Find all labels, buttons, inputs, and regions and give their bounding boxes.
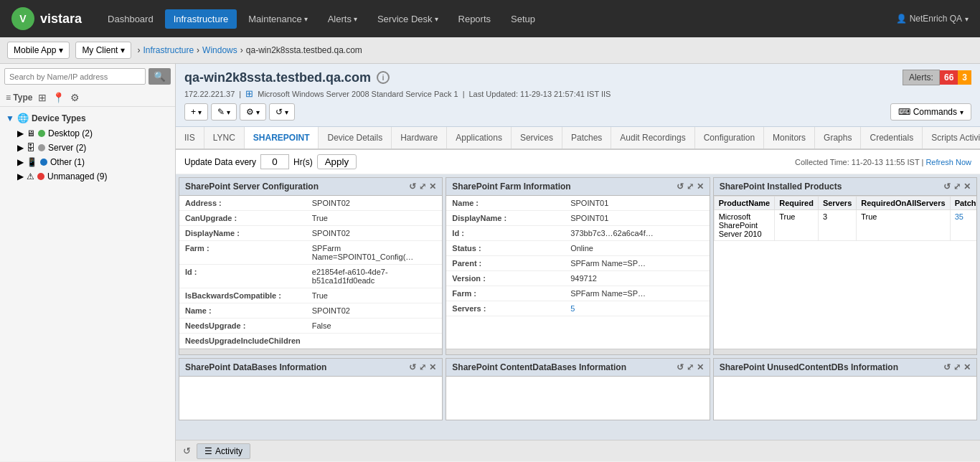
tab-configuration[interactable]: Configuration <box>695 127 764 148</box>
refresh-icon[interactable]: ↺ <box>677 182 684 192</box>
close-icon[interactable]: ✕ <box>963 182 971 192</box>
chevron-down-icon: ▾ <box>121 45 125 55</box>
widget-header: SharePoint Installed Products ↺ ⤢ ✕ <box>714 178 976 196</box>
refresh-icon[interactable]: ↺ <box>943 182 951 192</box>
tree-other[interactable]: ▶ 📱 Other (1) <box>0 155 175 169</box>
refresh-icon[interactable]: ↺ <box>409 182 416 192</box>
alerts-secondary: 3 <box>958 70 971 85</box>
tab-hardware[interactable]: Hardware <box>392 127 447 148</box>
scrollbar[interactable] <box>714 349 976 354</box>
refresh-icon[interactable]: ↺ <box>943 362 951 372</box>
breadcrumb-infrastructure[interactable]: Infrastructure <box>143 45 194 55</box>
separator: | <box>239 90 241 98</box>
tab-credentials[interactable]: Credentials <box>861 127 923 148</box>
nav-infrastructure[interactable]: Infrastructure <box>165 9 237 29</box>
bottom-bar: ↺ ☰ Activity <box>176 440 980 461</box>
widget-header: SharePoint ContentDataBases Information … <box>446 359 709 377</box>
tab-applications[interactable]: Applications <box>447 127 512 148</box>
close-icon[interactable]: ✕ <box>697 362 704 372</box>
dropdown-caret: ▾ <box>304 15 308 23</box>
maximize-icon[interactable]: ⤢ <box>953 182 961 192</box>
refresh-icon[interactable]: ↺ <box>677 362 684 372</box>
apply-button[interactable]: Apply <box>317 154 357 169</box>
more-button[interactable]: ↺ ▾ <box>269 103 295 121</box>
tree-server[interactable]: ▶ 🗄 Server (2) <box>0 141 175 155</box>
search-button[interactable]: 🔍 <box>149 68 171 85</box>
nav-reports[interactable]: Reports <box>450 9 500 29</box>
activity-button[interactable]: ☰ Activity <box>197 443 250 459</box>
tab-audit-recordings[interactable]: Audit Recordings <box>611 127 694 148</box>
tab-services[interactable]: Services <box>512 127 562 148</box>
refresh-icon[interactable]: ↺ <box>409 362 416 372</box>
edit-button[interactable]: ✎ ▾ <box>211 103 237 121</box>
dropdown-caret: ▾ <box>960 108 963 116</box>
settings-button[interactable]: ⚙ ▾ <box>240 103 266 121</box>
update-interval-input[interactable] <box>260 154 289 169</box>
widgets-row-1: SharePoint Server Configuration ↺ ⤢ ✕ Ad… <box>179 177 977 355</box>
close-icon[interactable]: ✕ <box>429 182 436 192</box>
windows-icon: ⊞ <box>245 88 253 99</box>
close-icon[interactable]: ✕ <box>697 182 704 192</box>
tab-sharepoint[interactable]: SHAREPOINT <box>245 127 319 150</box>
tree-device-types[interactable]: ▼ 🌐 Device Types <box>0 110 175 126</box>
widget-sharepoint-content-databases: SharePoint ContentDataBases Information … <box>446 358 710 420</box>
nav-service-desk[interactable]: Service Desk ▾ <box>369 9 447 29</box>
maximize-icon[interactable]: ⤢ <box>419 362 426 372</box>
info-icon[interactable]: i <box>377 71 390 84</box>
nav-dashboard[interactable]: Dashboard <box>99 9 162 29</box>
client-selector[interactable]: Mobile App ▾ <box>7 42 70 59</box>
widget-title: SharePoint UnusedContentDBs Information <box>720 362 898 372</box>
close-icon[interactable]: ✕ <box>429 362 436 372</box>
maximize-icon[interactable]: ⤢ <box>687 362 694 372</box>
tab-iis[interactable]: IIS <box>176 127 204 148</box>
maximize-icon[interactable]: ⤢ <box>953 362 961 372</box>
scrollbar[interactable] <box>179 349 442 354</box>
scrollbar[interactable] <box>446 349 709 354</box>
tab-scripts-activity[interactable]: Scripts Activity <box>923 127 980 148</box>
refresh-now-link[interactable]: Refresh Now <box>925 158 971 166</box>
activity-label: Activity <box>215 446 242 456</box>
search-input[interactable] <box>4 68 146 85</box>
nav-setup[interactable]: Setup <box>502 9 544 29</box>
tab-bar: IIS LYNC SHAREPOINT Device Details Hardw… <box>176 127 980 150</box>
add-button[interactable]: + ▾ <box>184 103 208 121</box>
top-navigation: V vistara Dashboard Infrastructure Maint… <box>0 0 980 37</box>
collected-time: Collected Time: 11-20-13 11:55 IST <box>795 158 919 166</box>
settings-icon[interactable]: ⚙ <box>70 92 80 103</box>
maximize-icon[interactable]: ⤢ <box>419 182 426 192</box>
tab-device-details[interactable]: Device Details <box>319 127 392 148</box>
widget-header: SharePoint Farm Information ↺ ⤢ ✕ <box>446 178 709 196</box>
type-icon[interactable]: ≡ Type <box>6 93 32 103</box>
tree-desktop[interactable]: ▶ 🖥 Desktop (2) <box>0 126 175 141</box>
activity-icon: ☰ <box>204 446 212 456</box>
other-icon: 📱 <box>27 157 37 167</box>
nav-maintenance[interactable]: Maintenance ▾ <box>240 9 316 29</box>
nav-alerts[interactable]: Alerts ▾ <box>319 9 366 29</box>
table-row: Farm :SPFarm Name=SPOINT01_Config(… <box>179 241 442 265</box>
user-menu[interactable]: 👤 NetEnrich QA ▾ <box>896 14 969 24</box>
tree-unmanaged[interactable]: ▶ ⚠ Unmanaged (9) <box>0 169 175 184</box>
tab-monitors[interactable]: Monitors <box>764 127 815 148</box>
status-dot <box>38 144 45 151</box>
expand-icon: ▶ <box>17 143 24 153</box>
close-icon[interactable]: ✕ <box>963 362 971 372</box>
commands-button[interactable]: ⌨ Commands ▾ <box>890 103 971 121</box>
device-title-row: qa-win2k8ssta.testbed.qa.com i Alerts: 6… <box>184 70 971 85</box>
page-refresh-icon[interactable]: ↺ <box>183 446 191 456</box>
scope-selector[interactable]: My Client ▾ <box>75 42 131 59</box>
tab-graphs[interactable]: Graphs <box>815 127 861 148</box>
widget-sharepoint-installed-products: SharePoint Installed Products ↺ ⤢ ✕ Prod… <box>713 177 977 355</box>
separator: | <box>463 90 465 98</box>
location-icon[interactable]: 📍 <box>52 92 65 103</box>
widget-body <box>714 377 976 420</box>
expand-icon: ▶ <box>17 157 24 167</box>
network-icon[interactable]: ⊞ <box>38 92 47 103</box>
widget-body: Name :SPOINT01 DisplayName :SPOINT01 Id … <box>446 196 709 349</box>
table-row: Version :949712 <box>446 271 709 286</box>
alerts-count: 66 <box>940 70 958 85</box>
breadcrumb-windows[interactable]: Windows <box>202 45 237 55</box>
dropdown-caret: ▾ <box>256 108 260 116</box>
maximize-icon[interactable]: ⤢ <box>687 182 694 192</box>
tab-lync[interactable]: LYNC <box>204 127 245 148</box>
tab-patches[interactable]: Patches <box>562 127 611 148</box>
